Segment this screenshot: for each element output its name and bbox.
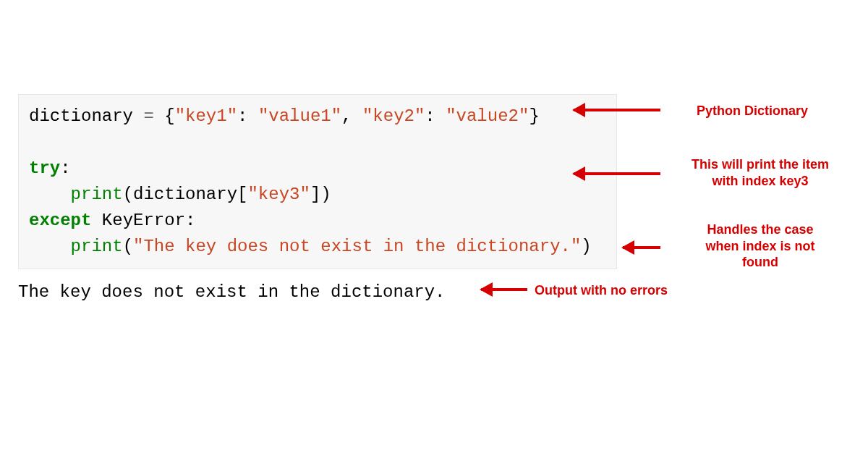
tok-rbr: ] — [310, 185, 320, 204]
code-line-1: dictionary = {"key1": "value1", "key2": … — [29, 106, 540, 126]
arrow-icon — [574, 166, 660, 181]
tok-exc: KeyError — [102, 211, 185, 230]
tok-lp2: ( — [123, 237, 133, 256]
code-line-5: except KeyError: — [29, 211, 195, 230]
tok-indent — [29, 185, 71, 204]
tok-colon1: : — [237, 106, 258, 126]
tok-var: dictionary — [29, 106, 133, 126]
code-line-4: print(dictionary["key3"]) — [29, 185, 331, 204]
annotation-label: This will print the item with index key3 — [666, 156, 854, 189]
annotation-label: Handles the case when index is not found — [666, 221, 854, 271]
tok-indent2 — [29, 237, 71, 256]
tok-rp2: ) — [581, 237, 591, 256]
annotation-label: Python Dictionary — [676, 103, 828, 119]
tok-sp — [91, 211, 101, 230]
tok-obj: dictionary — [133, 185, 237, 204]
arrow-icon — [623, 240, 660, 255]
tok-eq: = — [133, 106, 164, 126]
tok-lbr: [ — [237, 185, 247, 204]
tok-key: "key3" — [247, 185, 310, 204]
output-line: The key does not exist in the dictionary… — [18, 282, 850, 302]
arrow-icon — [574, 103, 660, 117]
annotation-label: Output with no errors — [535, 282, 701, 299]
tok-rp: ) — [320, 185, 331, 204]
tok-k2: "key2" — [362, 106, 425, 126]
tok-msg: "The key does not exist in the dictionar… — [133, 237, 581, 256]
tok-v1: "value1" — [258, 106, 341, 126]
tok-print2: print — [71, 237, 123, 256]
tok-rbrace: } — [529, 106, 539, 126]
figure-container: dictionary = {"key1": "value1", "key2": … — [18, 94, 850, 302]
tok-v2: "value2" — [446, 106, 529, 126]
tok-k1: "key1" — [175, 106, 237, 126]
code-line-3: try: — [29, 159, 71, 178]
arrow-icon — [481, 282, 527, 297]
tok-lbrace: { — [164, 106, 174, 126]
tok-try: try — [29, 159, 60, 178]
code-line-6: print("The key does not exist in the dic… — [29, 237, 592, 256]
tok-colon2: : — [425, 106, 446, 126]
tok-colon: : — [60, 159, 70, 178]
tok-print: print — [71, 185, 123, 204]
tok-lp: ( — [123, 185, 133, 204]
tok-colon2b: : — [185, 211, 195, 230]
code-block: dictionary = {"key1": "value1", "key2": … — [18, 94, 617, 269]
tok-comma: , — [341, 106, 362, 126]
tok-except: except — [29, 211, 91, 230]
